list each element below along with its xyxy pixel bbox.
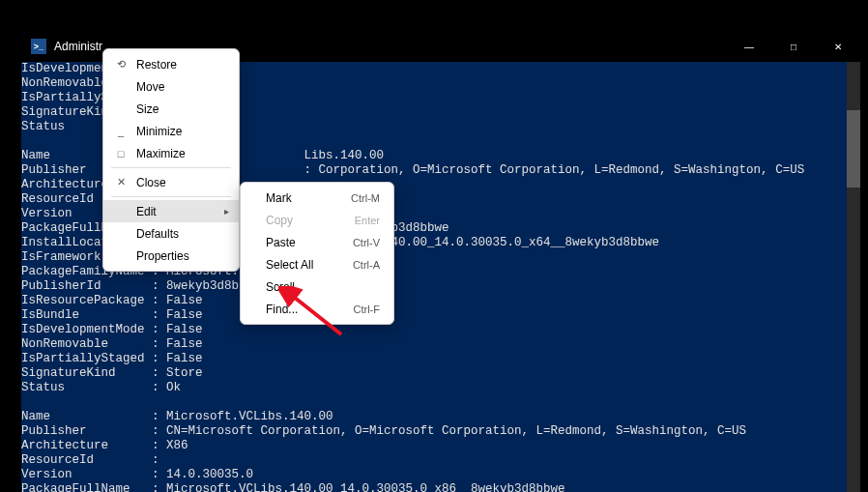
menu-scroll[interactable]: Scroll [241, 275, 393, 298]
scrollbar-thumb[interactable] [847, 110, 860, 188]
close-button[interactable]: ✕ [816, 31, 860, 62]
edit-submenu: Mark Ctrl-M Copy Enter Paste Ctrl-V Sele… [240, 182, 394, 325]
menu-move-label: Move [136, 80, 164, 94]
menu-mark[interactable]: Mark Ctrl-M [241, 187, 393, 209]
maximize-button[interactable]: □ [771, 31, 816, 62]
menu-properties[interactable]: Properties [103, 245, 239, 267]
menu-select-all-label: Select All [266, 258, 313, 272]
menu-defaults[interactable]: Defaults [103, 222, 239, 245]
menu-paste-label: Paste [266, 236, 296, 249]
menu-close[interactable]: ✕ Close [103, 171, 239, 193]
menu-copy-shortcut: Enter [355, 215, 380, 226]
menu-edit-label: Edit [136, 205, 157, 218]
menu-find-shortcut: Ctrl-F [354, 304, 381, 315]
menu-divider [111, 196, 231, 197]
menu-find-label: Find... [266, 303, 298, 316]
window-controls: — □ ✕ [727, 31, 860, 62]
system-menu: ⟲ Restore Move Size _ Minimize □ Maximiz… [102, 48, 240, 272]
menu-divider [111, 167, 231, 168]
menu-maximize-label: Maximize [136, 147, 186, 160]
powershell-icon: >_ [31, 39, 46, 54]
menu-select-all-shortcut: Ctrl-A [353, 259, 380, 271]
scrollbar[interactable] [847, 62, 860, 492]
minimize-icon: _ [113, 126, 129, 137]
menu-restore[interactable]: ⟲ Restore [103, 53, 239, 75]
menu-close-label: Close [136, 176, 166, 189]
menu-select-all[interactable]: Select All Ctrl-A [241, 253, 393, 275]
menu-copy: Copy Enter [241, 209, 393, 231]
menu-defaults-label: Defaults [136, 227, 179, 241]
menu-mark-shortcut: Ctrl-M [351, 192, 380, 204]
chevron-right-icon: ▸ [224, 206, 229, 217]
menu-edit[interactable]: Edit ▸ [103, 200, 239, 222]
restore-icon: ⟲ [113, 58, 129, 71]
window-title: Administr [54, 40, 102, 53]
menu-minimize-label: Minimize [136, 125, 182, 138]
menu-mark-label: Mark [266, 191, 292, 205]
menu-properties-label: Properties [136, 249, 189, 263]
menu-paste[interactable]: Paste Ctrl-V [241, 231, 393, 253]
menu-size-label: Size [136, 102, 159, 116]
minimize-button[interactable]: — [727, 31, 771, 62]
maximize-icon: □ [113, 148, 129, 159]
menu-find[interactable]: Find... Ctrl-F [241, 298, 393, 320]
menu-copy-label: Copy [266, 214, 293, 227]
menu-maximize[interactable]: □ Maximize [103, 142, 239, 164]
menu-size[interactable]: Size [103, 98, 239, 120]
menu-move[interactable]: Move [103, 75, 239, 98]
menu-scroll-label: Scroll [266, 280, 295, 294]
close-icon: ✕ [113, 176, 129, 188]
menu-restore-label: Restore [136, 58, 177, 72]
menu-paste-shortcut: Ctrl-V [353, 237, 380, 248]
menu-minimize[interactable]: _ Minimize [103, 120, 239, 142]
